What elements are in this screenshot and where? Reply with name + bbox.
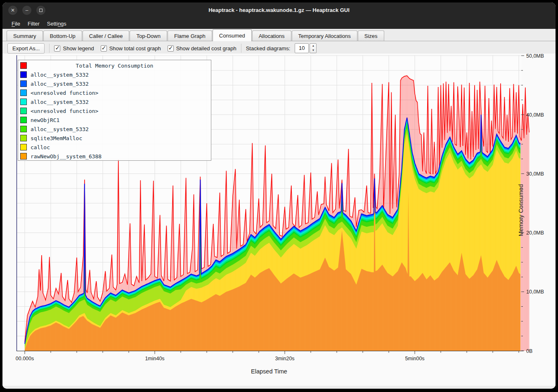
legend-item[interactable]: rawNewObj__system_6388 bbox=[19, 152, 211, 161]
legend-item[interactable]: <unresolved function> bbox=[19, 88, 211, 97]
legend-item-label: newObjRC1 bbox=[31, 117, 59, 123]
y-axis-title: Memory Consumed bbox=[518, 177, 524, 243]
window-title: Heaptrack - heaptrack.wakunode.1.gz — He… bbox=[2, 2, 556, 18]
x-tick-label: 3min20s bbox=[275, 356, 294, 361]
tab-label: Bottom-Up bbox=[50, 33, 76, 39]
menu-item-label: Filter bbox=[28, 21, 40, 27]
tab[interactable]: Allocations bbox=[252, 31, 291, 41]
chart-legend: Total Memory Consumption alloc__system_5… bbox=[18, 60, 211, 161]
y-tick-label: 30,0MB bbox=[526, 171, 544, 177]
checkbox-label: Show detailed cost graph bbox=[176, 45, 236, 52]
tab-label: Flame Graph bbox=[174, 33, 206, 39]
legend-item[interactable]: sqlite3MemMalloc bbox=[19, 134, 211, 143]
tab[interactable]: Flame Graph bbox=[168, 31, 212, 41]
spin-up-icon[interactable]: ▲ bbox=[310, 44, 316, 48]
legend-title: Total Memory Consumption bbox=[31, 63, 211, 69]
legend-item-label: rawNewObj__system_6388 bbox=[31, 153, 102, 160]
y-tick-label: 0B bbox=[526, 348, 532, 354]
toolbar-checkbox[interactable]: ✓ Show legend bbox=[54, 45, 94, 52]
toolbar-checkbox[interactable]: ✓ Show total cost graph bbox=[101, 45, 161, 52]
tab[interactable]: Temporary Allocations bbox=[292, 31, 357, 41]
chart-area: 00.000s1min40s3min20s5min00s0B10,0MB20,0… bbox=[2, 54, 556, 386]
checkbox-box: ✓ bbox=[54, 45, 60, 52]
y-tick-label: 10,0MB bbox=[526, 289, 544, 295]
toolbar-checkbox[interactable]: ✓ Show detailed cost graph bbox=[168, 45, 236, 52]
menu-item-label: Settings bbox=[47, 21, 66, 27]
checkbox-label: Show legend bbox=[63, 45, 94, 52]
tab[interactable]: Caller / Callee bbox=[83, 31, 130, 41]
menu-bar: FileFilterSettings bbox=[2, 18, 556, 29]
chart-toolbar: Export As... ✓ Show legend ✓ Show total … bbox=[2, 41, 556, 55]
legend-item-label: alloc__system_5332 bbox=[31, 99, 89, 105]
y-tick-label: 20,0MB bbox=[526, 230, 544, 236]
legend-item-label: alloc__system_5332 bbox=[31, 126, 89, 132]
legend-item-label: alloc__system_5332 bbox=[31, 72, 89, 78]
tab[interactable]: Sizes bbox=[358, 31, 384, 41]
legend-swatch bbox=[20, 89, 27, 96]
tab[interactable]: Top-Down bbox=[130, 31, 167, 41]
legend-item[interactable]: alloc__system_5332 bbox=[19, 70, 211, 79]
legend-item[interactable]: alloc__system_5332 bbox=[19, 124, 211, 134]
legend-items: alloc__system_5332 alloc__system_5332 <u… bbox=[19, 70, 211, 161]
y-tick-label: 50,0MB bbox=[526, 54, 544, 59]
tab[interactable]: Consumed bbox=[213, 29, 252, 41]
menu-item[interactable]: File bbox=[8, 19, 24, 28]
menu-item-label: File bbox=[12, 21, 20, 27]
legend-item-label: <unresolved function> bbox=[31, 90, 98, 96]
tab[interactable]: Summary bbox=[7, 31, 43, 41]
tab-label: Sizes bbox=[364, 33, 378, 39]
tab-label: Consumed bbox=[219, 33, 245, 39]
checkbox-label: Show total cost graph bbox=[109, 45, 161, 52]
check-icon: ✓ bbox=[102, 45, 106, 51]
legend-item-label: <unresolved function> bbox=[31, 108, 98, 114]
legend-swatch bbox=[20, 153, 27, 160]
tab-label: Top-Down bbox=[136, 33, 161, 39]
legend-item[interactable]: alloc__system_5332 bbox=[19, 97, 211, 106]
tab-label: Allocations bbox=[259, 33, 285, 39]
tab-bar: SummaryBottom-UpCaller / CalleeTop-DownF… bbox=[2, 29, 556, 41]
menu-item[interactable]: Settings bbox=[43, 19, 70, 28]
check-icon: ✓ bbox=[55, 45, 60, 51]
x-tick-label: 5min00s bbox=[405, 356, 424, 361]
menu-item[interactable]: Filter bbox=[24, 19, 43, 28]
spin-down-icon[interactable]: ▼ bbox=[310, 48, 316, 53]
stacked-diagrams-spinbox: 10 ▲ ▼ bbox=[295, 43, 317, 53]
tab-label: Summary bbox=[13, 33, 36, 39]
legend-swatch bbox=[20, 108, 27, 114]
export-as-button[interactable]: Export As... bbox=[7, 43, 45, 54]
tab-label: Caller / Callee bbox=[89, 33, 123, 39]
checkbox-box: ✓ bbox=[101, 45, 107, 52]
spinbox-value[interactable]: 10 bbox=[295, 43, 309, 53]
legend-swatch-total bbox=[20, 62, 27, 69]
legend-swatch bbox=[20, 126, 27, 132]
legend-swatch bbox=[20, 144, 27, 150]
toolbar-separator bbox=[49, 44, 50, 53]
tab-label: Temporary Allocations bbox=[298, 33, 351, 39]
y-tick-label: 40,0MB bbox=[526, 112, 544, 118]
checkbox-group: ✓ Show legend ✓ Show total cost graph ✓ … bbox=[54, 45, 236, 52]
legend-item-label: alloc__system_5332 bbox=[31, 81, 89, 87]
x-tick-label: 1min40s bbox=[145, 356, 164, 361]
legend-swatch bbox=[20, 80, 27, 87]
legend-swatch bbox=[20, 135, 27, 141]
legend-item[interactable]: calloc bbox=[19, 143, 211, 152]
legend-item[interactable]: <unresolved function> bbox=[19, 106, 211, 115]
legend-item[interactable]: alloc__system_5332 bbox=[19, 79, 211, 88]
stacked-diagrams-label: Stacked diagrams: bbox=[246, 45, 291, 52]
x-tick-label: 00.000s bbox=[16, 356, 34, 361]
heaptrack-window: ✕ – Heaptrack - heaptrack.wakunode.1.gz … bbox=[2, 2, 556, 389]
toolbar-separator bbox=[241, 44, 241, 53]
legend-item-label: sqlite3MemMalloc bbox=[31, 135, 82, 141]
legend-swatch bbox=[20, 117, 27, 123]
x-axis-title: Elapsed Time bbox=[77, 368, 461, 375]
legend-swatch bbox=[20, 99, 27, 105]
legend-title-row: Total Memory Consumption bbox=[19, 61, 211, 70]
legend-item[interactable]: newObjRC1 bbox=[19, 115, 211, 124]
titlebar[interactable]: ✕ – Heaptrack - heaptrack.wakunode.1.gz … bbox=[2, 2, 556, 18]
tab[interactable]: Bottom-Up bbox=[43, 31, 82, 41]
checkbox-box: ✓ bbox=[168, 45, 174, 52]
legend-item-label: calloc bbox=[31, 144, 50, 150]
check-icon: ✓ bbox=[168, 45, 173, 51]
legend-swatch bbox=[20, 71, 27, 78]
